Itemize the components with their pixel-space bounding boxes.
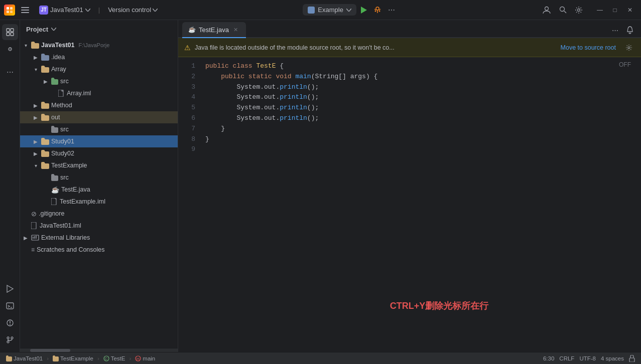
method-icon: m <box>135 355 141 361</box>
tree-label: Study02 <box>51 150 74 157</box>
library-icon <box>31 234 39 241</box>
expand-arrow[interactable]: ▾ <box>32 66 39 73</box>
expand-arrow[interactable]: ▶ <box>32 54 39 61</box>
tree-item-study01[interactable]: ▶ Study01 <box>20 135 178 147</box>
notifications-bell[interactable] <box>623 23 637 37</box>
status-encoding[interactable]: UTF-8 <box>577 355 598 361</box>
svg-text:m: m <box>137 357 140 360</box>
tab-more-button[interactable]: ⋯ <box>608 23 622 37</box>
project-panel: Project ▾ JavaTest01 F:\JavaPorje ▶ .ide… <box>20 20 178 352</box>
expand-arrow-empty <box>22 210 29 217</box>
status-line-ending[interactable]: CRLF <box>557 355 576 361</box>
profile-button[interactable] <box>540 3 554 17</box>
expand-arrow-empty <box>42 126 49 133</box>
expand-arrow-empty <box>22 246 29 253</box>
debug-button[interactable] <box>370 3 384 17</box>
expand-arrow-empty <box>42 174 49 181</box>
expand-arrow[interactable]: ▾ <box>22 42 29 49</box>
status-project[interactable]: JavaTest01 <box>4 355 45 361</box>
tree-item-out-src[interactable]: src <box>20 123 178 135</box>
run-config-label: Example <box>318 6 343 14</box>
svg-point-29 <box>10 324 11 325</box>
status-method[interactable]: m main <box>133 355 157 361</box>
tab-close-button[interactable]: ✕ <box>232 26 240 34</box>
project-selector[interactable]: JT JavaTest01 <box>35 4 94 17</box>
tree-item-teste-java[interactable]: ☕ TestE.java <box>20 184 178 196</box>
tree-label: Array <box>51 66 66 73</box>
move-to-source-root-button[interactable]: Move to source root <box>558 43 619 53</box>
svg-point-30 <box>7 337 9 339</box>
tree-item-out[interactable]: ▶ out <box>20 111 178 123</box>
tree-item-javatest01-iml[interactable]: JavaTest01.iml <box>20 220 178 232</box>
app-logo <box>4 5 15 16</box>
tree-item-scratches[interactable]: ≡ Scratches and Consoles <box>20 244 178 256</box>
expand-arrow[interactable]: ▶ <box>32 114 39 121</box>
tree-item-gitignore[interactable]: ⊘ .gitignore <box>20 208 178 220</box>
sidebar-icon-run[interactable] <box>2 281 18 297</box>
tree-item-testexample-src[interactable]: src <box>20 171 178 184</box>
project-panel-header: Project <box>20 20 178 38</box>
tree-item-study02[interactable]: ▶ Study02 <box>20 147 178 159</box>
status-right: 6:30 CRLF UTF-8 4 spaces <box>541 355 637 362</box>
folder-icon <box>41 114 49 121</box>
status-class[interactable]: C TestE <box>101 355 127 361</box>
svg-point-41 <box>628 47 630 49</box>
tree-item-idea[interactable]: ▶ .idea <box>20 51 178 63</box>
svg-point-31 <box>11 337 13 339</box>
class-icon: C <box>103 355 109 361</box>
maximize-button[interactable]: □ <box>608 3 622 17</box>
status-indent[interactable]: 4 spaces <box>599 355 626 361</box>
warning-settings-button[interactable] <box>623 42 635 54</box>
sidebar-icon-plugins[interactable] <box>2 41 18 57</box>
sidebar-icon-git[interactable] <box>2 332 18 348</box>
expand-arrow[interactable]: ▶ <box>32 138 39 145</box>
tree-label: out <box>51 114 60 121</box>
titlebar-actions <box>540 3 586 17</box>
expand-arrow[interactable]: ▶ <box>42 78 49 85</box>
sidebar-icon-todo[interactable] <box>2 315 18 331</box>
tree-item-javatest01[interactable]: ▾ JavaTest01 F:\JavaPorje <box>20 39 178 51</box>
editor-area: ☕ TestE.java ✕ ⋯ ⚠ Java file is located … <box>178 20 641 352</box>
settings-button[interactable] <box>572 3 586 17</box>
code-line-1: public class TestE { <box>205 61 635 72</box>
project-avatar: JT <box>39 6 48 15</box>
status-module[interactable]: TestExample <box>51 355 95 361</box>
tree-item-array-src[interactable]: ▶ src <box>20 75 178 87</box>
minimize-button[interactable]: — <box>593 3 607 17</box>
close-button[interactable]: ✕ <box>623 3 637 17</box>
tree-label: Scratches and Consoles <box>37 246 105 253</box>
sidebar-icon-terminal[interactable] <box>2 298 18 314</box>
status-indent-label: 4 spaces <box>601 355 624 361</box>
project-panel-chevron[interactable] <box>51 28 56 31</box>
status-lock[interactable] <box>627 355 637 362</box>
expand-arrow[interactable]: ▶ <box>32 102 39 109</box>
shortcut-key: CTRL+Y <box>390 301 426 311</box>
tree-label: Study01 <box>51 138 74 145</box>
status-project-label: JavaTest01 <box>14 355 43 361</box>
tree-item-array-iml[interactable]: Array.iml <box>20 87 178 99</box>
expand-arrow[interactable]: ▶ <box>32 150 39 157</box>
sidebar-icon-project[interactable] <box>2 24 18 40</box>
horizontal-scrollbar[interactable] <box>20 348 178 352</box>
run-config-selector[interactable]: Example <box>303 4 356 16</box>
svg-line-16 <box>564 11 566 13</box>
hamburger-menu-button[interactable] <box>18 3 32 17</box>
search-button[interactable] <box>556 3 570 17</box>
expand-arrow[interactable]: ▾ <box>32 162 39 169</box>
svg-rect-2 <box>7 11 9 13</box>
tree-item-testexample-iml[interactable]: TestExample.iml <box>20 196 178 208</box>
sidebar-icon-more[interactable]: ⋯ <box>2 64 18 80</box>
more-actions-button[interactable]: ⋯ <box>384 3 399 17</box>
expand-arrow[interactable]: ▶ <box>22 234 29 241</box>
status-position[interactable]: 6:30 <box>541 355 556 361</box>
tab-teste-java[interactable]: ☕ TestE.java ✕ <box>182 22 246 38</box>
tree-item-testexample[interactable]: ▾ TestExample <box>20 159 178 171</box>
code-line-8: } <box>205 134 635 145</box>
tree-item-external-libraries[interactable]: ▶ External Libraries <box>20 232 178 244</box>
expand-arrow-empty <box>42 186 49 193</box>
code-editor[interactable]: 1 2 3 4 5 6 7 8 9 public class TestE { p… <box>178 57 641 352</box>
tree-item-method[interactable]: ▶ Method <box>20 99 178 111</box>
version-control-selector[interactable]: Version control <box>104 4 162 16</box>
run-button[interactable] <box>356 3 370 17</box>
tree-item-array[interactable]: ▾ Array <box>20 63 178 75</box>
